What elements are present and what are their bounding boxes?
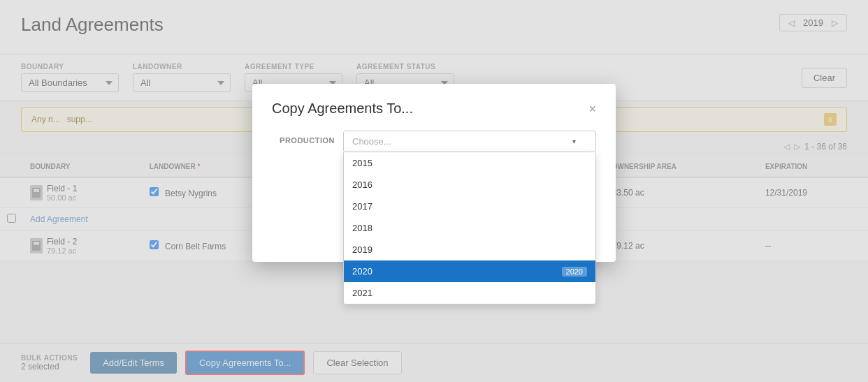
modal-form-row: PRODUCTION Choose... ▾ 2015 2016 2017 <box>272 131 596 152</box>
year-option-label: 2019 <box>352 244 372 255</box>
year-option-2018[interactable]: 2018 <box>344 217 595 239</box>
year-option-2019[interactable]: 2019 <box>344 239 595 260</box>
year-option-label: 2015 <box>352 158 372 168</box>
modal-close-button[interactable]: × <box>588 103 596 115</box>
dropdown-placeholder: Choose... <box>352 136 391 147</box>
year-option-2016[interactable]: 2016 <box>344 174 595 196</box>
year-option-2015[interactable]: 2015 <box>344 152 595 174</box>
page-wrapper: Land Agreements ◁ 2019 ▷ BOUNDARY All Bo… <box>0 0 868 382</box>
year-option-label: 2018 <box>352 223 372 233</box>
year-option-2017[interactable]: 2017 <box>344 196 595 217</box>
production-label: PRODUCTION <box>272 131 335 145</box>
chevron-down-icon: ▾ <box>572 138 576 145</box>
year-option-tooltip: 2020 <box>562 267 587 277</box>
year-option-label: 2017 <box>352 201 372 212</box>
year-option-label: 2021 <box>352 288 372 298</box>
year-dropdown-list: 2015 2016 2017 2018 2019 2020 <box>343 152 596 304</box>
year-option-label: 2020 <box>352 266 372 277</box>
year-option-label: 2016 <box>352 179 372 190</box>
production-dropdown-container: Choose... ▾ 2015 2016 2017 2018 <box>343 131 596 152</box>
copy-agreements-modal: Copy Agreements To... × PRODUCTION Choos… <box>252 84 616 262</box>
year-option-2020[interactable]: 2020 2020 <box>344 260 595 282</box>
modal-header: Copy Agreements To... × <box>272 101 596 117</box>
year-option-2021[interactable]: 2021 <box>344 282 595 304</box>
modal-title: Copy Agreements To... <box>272 101 413 117</box>
production-dropdown-trigger[interactable]: Choose... ▾ <box>343 131 596 152</box>
